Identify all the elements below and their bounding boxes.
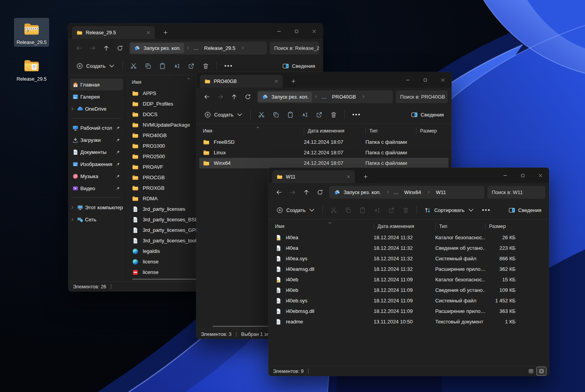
breadcrumb-current[interactable]: PRO40GB xyxy=(328,92,359,102)
cut-button[interactable] xyxy=(254,108,269,121)
forward-button[interactable] xyxy=(214,90,227,103)
sidebar-item-pictures[interactable]: Изображения xyxy=(70,158,123,170)
back-button[interactable] xyxy=(272,186,286,199)
desktop-icon-release-zip[interactable]: Release_29.5 xyxy=(14,18,49,46)
paste-button[interactable] xyxy=(155,59,170,72)
minimize-button[interactable] xyxy=(270,23,288,39)
tab-w11[interactable]: W11 xyxy=(272,170,355,183)
breadcrumb-parent[interactable]: Winx64 xyxy=(401,187,424,198)
address-bar[interactable]: Запуск рез. коп. … Release_29.5 xyxy=(129,42,267,55)
file-row[interactable]: i40eamsg.dll 18.12.2024 11:32 Расширение… xyxy=(271,264,546,274)
column-header-name[interactable]: Имя xyxy=(271,223,374,230)
view-details-button[interactable] xyxy=(526,367,535,375)
sidebar-item-downloads[interactable]: Загрузки xyxy=(70,134,123,146)
maximize-button[interactable] xyxy=(417,72,434,88)
breadcrumb-current[interactable]: Release_29.5 xyxy=(200,43,239,53)
create-button[interactable]: Создать xyxy=(273,203,319,217)
column-header-type[interactable]: Тип xyxy=(365,127,416,134)
sidebar-item-onedrive[interactable]: OneDrive xyxy=(75,103,123,115)
delete-button[interactable] xyxy=(399,203,413,217)
file-row[interactable]: i40ea 18.12.2024 11:32 Каталог безопасно… xyxy=(271,232,546,243)
create-button[interactable]: Создать xyxy=(200,108,247,121)
breadcrumb-root[interactable]: Запуск рез. коп. xyxy=(330,187,384,198)
sidebar-item-videos[interactable]: Видео xyxy=(70,182,123,194)
up-button[interactable] xyxy=(99,42,113,55)
column-header-date[interactable]: Дата изменения xyxy=(374,223,435,230)
maximize-button[interactable] xyxy=(288,23,305,39)
file-row[interactable]: i40ea.sys 18.12.2024 11:32 Системный фай… xyxy=(271,253,546,264)
maximize-button[interactable] xyxy=(514,168,532,183)
column-header-size[interactable]: Размер xyxy=(416,127,447,134)
forward-button[interactable] xyxy=(286,186,300,199)
close-button[interactable] xyxy=(305,23,323,39)
back-button[interactable] xyxy=(200,90,214,103)
file-row[interactable]: Linux 24.12.2024 18:07 Папка с файлами xyxy=(199,147,448,158)
file-row[interactable]: FreeBSD 24.12.2024 18:07 Папка с файлами xyxy=(199,137,448,147)
rename-button[interactable] xyxy=(170,59,184,72)
minimize-button[interactable] xyxy=(496,168,514,183)
copy-button[interactable] xyxy=(141,59,155,72)
sidebar-item-home[interactable]: Главная xyxy=(70,79,123,90)
create-button[interactable]: Создать xyxy=(73,59,119,72)
breadcrumb-current[interactable]: W11 xyxy=(433,187,450,198)
rename-button[interactable] xyxy=(370,203,384,217)
details-pane-button[interactable]: Сведения xyxy=(505,203,545,217)
breadcrumb-overflow[interactable]: … xyxy=(392,189,401,195)
delete-button[interactable] xyxy=(199,59,213,72)
file-row-selected[interactable]: Winx64 24.12.2024 18:07 Папка с файлами xyxy=(199,158,448,168)
file-row[interactable]: readme 13.11.2024 10:50 Текстовый докуме… xyxy=(271,316,546,327)
sidebar-item-documents[interactable]: Документы xyxy=(70,146,123,158)
close-button[interactable] xyxy=(532,168,549,183)
details-pane-button[interactable]: Сведения xyxy=(407,108,447,121)
tab-pro40gb[interactable]: PRO40GB xyxy=(200,75,283,88)
rename-button[interactable] xyxy=(298,108,312,121)
new-tab-button[interactable] xyxy=(360,171,370,182)
sidebar-item-network[interactable]: Сеть xyxy=(75,214,123,225)
new-tab-button[interactable] xyxy=(160,27,170,37)
view-large-icons-button[interactable] xyxy=(537,367,546,375)
up-button[interactable] xyxy=(227,90,241,103)
address-bar[interactable]: Запуск рез. коп. … PRO40GB xyxy=(257,90,393,103)
share-button[interactable] xyxy=(384,203,399,217)
sidebar-item-desktop[interactable]: Рабочий стол xyxy=(70,122,123,134)
tab-close-icon[interactable] xyxy=(145,29,152,36)
up-button[interactable] xyxy=(300,186,313,199)
paste-button[interactable] xyxy=(283,108,298,121)
more-options-button[interactable]: ••• xyxy=(220,59,237,72)
new-tab-button[interactable] xyxy=(288,76,298,86)
column-header-size[interactable]: Размер xyxy=(485,223,520,230)
more-options-button[interactable]: ••• xyxy=(478,203,495,217)
breadcrumb-overflow[interactable]: … xyxy=(192,45,200,51)
minimize-button[interactable] xyxy=(399,72,417,88)
file-row[interactable]: i40ea 18.12.2024 11:32 Сведения об устан… xyxy=(271,243,546,253)
column-header-date[interactable]: Дата изменения xyxy=(304,127,365,134)
share-button[interactable] xyxy=(184,59,199,72)
file-row[interactable]: i40ebmsg.dll 18.12.2024 11:09 Расширение… xyxy=(271,306,546,316)
back-button[interactable] xyxy=(72,42,86,55)
refresh-button[interactable] xyxy=(313,186,327,199)
details-pane-button[interactable]: Сведения xyxy=(278,59,319,72)
search-input[interactable]: Поиск в: Release_29 xyxy=(270,42,319,55)
delete-button[interactable] xyxy=(326,108,341,121)
sidebar-item-this-pc[interactable]: Этот компьютер xyxy=(75,201,123,213)
desktop-icon-release-folder[interactable]: Release_29.5 xyxy=(14,55,49,83)
search-input[interactable]: Поиск в: W11 xyxy=(488,186,545,199)
file-row[interactable]: i40eb 18.12.2024 11:09 Каталог безопасно… xyxy=(271,274,546,285)
sidebar-item-music[interactable]: Музыка xyxy=(70,170,123,182)
column-header-name[interactable]: Имя xyxy=(199,127,304,134)
refresh-button[interactable] xyxy=(241,90,255,103)
share-button[interactable] xyxy=(312,108,326,121)
column-header-type[interactable]: Тип xyxy=(435,223,485,230)
search-input[interactable]: Поиск в: PRO40GB xyxy=(396,90,448,103)
file-row[interactable]: i40eb.sys 18.12.2024 11:09 Системный фай… xyxy=(271,295,546,306)
close-button[interactable] xyxy=(434,72,452,88)
more-options-button[interactable]: ••• xyxy=(348,108,365,121)
copy-button[interactable] xyxy=(341,203,355,217)
paste-button[interactable] xyxy=(355,203,370,217)
forward-button[interactable] xyxy=(86,42,99,55)
file-row[interactable]: i40eb 18.12.2024 11:09 Сведения об устан… xyxy=(271,285,546,295)
breadcrumb-root[interactable]: Запуск рез. коп. xyxy=(258,92,312,102)
sort-button[interactable]: Сортировать xyxy=(420,203,478,217)
breadcrumb-overflow[interactable]: … xyxy=(320,94,328,100)
tab-release[interactable]: Release_29.5 xyxy=(72,26,155,39)
